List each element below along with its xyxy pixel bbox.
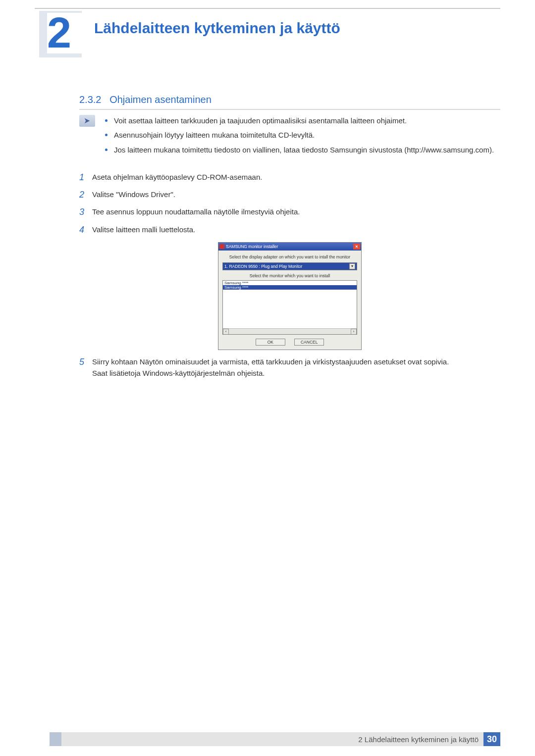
section-title: Ohjaimen asentaminen	[109, 94, 212, 105]
step-number: 5	[79, 356, 92, 379]
page-footer: 2 Lähdelaitteen kytkeminen ja käyttö 30	[50, 732, 500, 746]
note-item: Voit asettaa laitteen tarkkuuden ja taaj…	[105, 115, 500, 126]
top-rule	[35, 8, 500, 9]
adapter-value: 1. RADEON 9550 : Plug and Play Monitor	[224, 264, 302, 269]
installer-dialog: SAMSUNG monitor installer × Select the d…	[218, 242, 362, 350]
chapter-number-block: 2	[47, 13, 82, 53]
footer-accent	[50, 732, 61, 746]
list-item[interactable]: Samsung ****	[223, 285, 357, 290]
horizontal-scrollbar[interactable]: ‹ ›	[223, 328, 357, 334]
adapter-label: Select the display adapter on which you …	[222, 254, 357, 259]
section-rule	[79, 109, 500, 110]
scroll-left-icon[interactable]: ‹	[223, 329, 229, 335]
step-number: 1	[79, 171, 92, 184]
steps-list: 1 Aseta ohjelman käyttöopaslevy CD-ROM-a…	[79, 171, 500, 384]
monitor-label: Select the monitor which you want to ins…	[222, 273, 357, 278]
step-text: Aseta ohjelman käyttöopaslevy CD-ROM-ase…	[92, 171, 262, 184]
step-text: Tee asennus loppuun noudattamalla näytöl…	[92, 206, 300, 218]
chevron-down-icon[interactable]: ▾	[349, 263, 355, 269]
page-number: 30	[483, 732, 500, 746]
note-list: Voit asettaa laitteen tarkkuuden ja taaj…	[105, 115, 500, 155]
installer-app-icon	[219, 244, 224, 249]
monitor-listbox[interactable]: Samsung **** Samsung **** ‹ ›	[222, 280, 357, 335]
step-text: Valitse "Windows Driver".	[92, 189, 175, 201]
section-number: 2.3.2	[79, 94, 101, 105]
ok-button[interactable]: OK	[256, 339, 285, 346]
installer-body: Select the display adapter on which you …	[218, 251, 361, 350]
note-area: Voit asettaa laitteen tarkkuuden ja taaj…	[79, 115, 500, 158]
step-number: 2	[79, 189, 92, 201]
section-heading: 2.3.2 Ohjaimen asentaminen	[79, 94, 212, 105]
chapter-number: 2	[47, 13, 82, 52]
step-text: Valitse laitteen malli luettelosta.	[92, 224, 195, 236]
step-text-extra: Saat lisätietoja Windows-käyttöjärjestel…	[92, 369, 265, 377]
step-text: Siirry kohtaan Näytön ominaisuudet ja va…	[92, 356, 449, 379]
close-icon[interactable]: ×	[353, 244, 360, 250]
installer-titlebar: SAMSUNG monitor installer ×	[218, 243, 361, 251]
step-row: 3 Tee asennus loppuun noudattamalla näyt…	[79, 206, 500, 218]
step-row: 2 Valitse "Windows Driver".	[79, 189, 500, 201]
step-number: 4	[79, 224, 92, 236]
step-number: 3	[79, 206, 92, 218]
note-item: Asennusohjain löytyy laitteen mukana toi…	[105, 129, 500, 141]
step-row: 4 Valitse laitteen malli luettelosta.	[79, 224, 500, 236]
step-text-main: Siirry kohtaan Näytön ominaisuudet ja va…	[92, 357, 449, 366]
chapter-title: Lähdelaitteen kytkeminen ja käyttö	[94, 20, 340, 37]
adapter-dropdown[interactable]: 1. RADEON 9550 : Plug and Play Monitor ▾	[222, 262, 357, 270]
installer-title: SAMSUNG monitor installer	[226, 244, 353, 249]
step-row: 1 Aseta ohjelman käyttöopaslevy CD-ROM-a…	[79, 171, 500, 184]
scroll-right-icon[interactable]: ›	[351, 329, 357, 335]
step-row: 5 Siirry kohtaan Näytön ominaisuudet ja …	[79, 356, 500, 379]
footer-chapter-text: 2 Lähdelaitteen kytkeminen ja käyttö	[358, 735, 479, 744]
cancel-button[interactable]: CANCEL	[294, 339, 324, 346]
installer-button-row: OK CANCEL	[222, 339, 357, 346]
note-icon	[79, 115, 95, 127]
note-item: Jos laitteen mukana toimitettu tiedosto …	[105, 144, 500, 155]
list-item[interactable]: Samsung ****	[223, 281, 357, 285]
